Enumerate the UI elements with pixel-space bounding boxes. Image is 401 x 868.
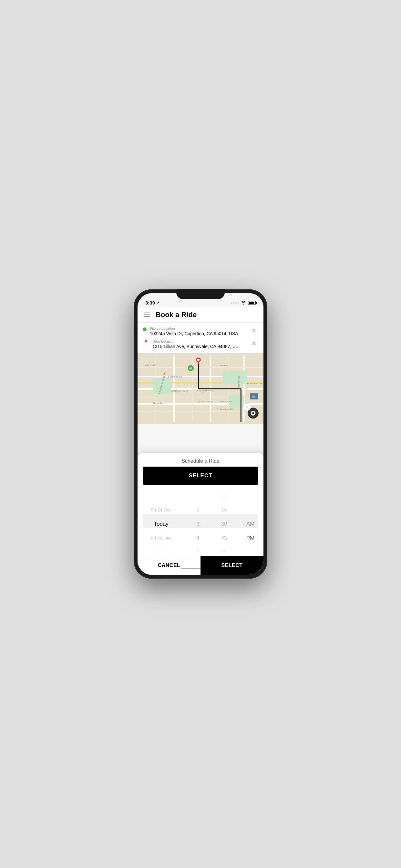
svg-point-37 xyxy=(252,412,254,414)
wifi-icon xyxy=(241,300,246,306)
pickup-row: Pickup Location 10324a Vista Dr, Cuperti… xyxy=(143,327,258,336)
time-display: 3:39 xyxy=(145,300,155,306)
svg-text:PANAMA PARK: PANAMA PARK xyxy=(171,390,188,392)
drop-row: 📍 Drop Location 1315 Lillian Ave, Sunnyv… xyxy=(143,339,258,349)
picker-hour-column[interactable]: 1 2 3 4 5 6 7 8 9 xyxy=(185,489,211,553)
picker-date-item[interactable]: Fri 24 Dec xyxy=(137,503,185,517)
select-button[interactable]: SELECT xyxy=(201,556,264,575)
status-time: 3:39 ↗ xyxy=(145,300,159,306)
picker-period-item[interactable] xyxy=(237,546,264,553)
svg-text:PONDEROSA: PONDEROSA xyxy=(247,382,263,385)
svg-text:E Homestead Rd: E Homestead Rd xyxy=(217,408,233,410)
select-button-top[interactable]: SELECT xyxy=(143,467,258,485)
picker-minute-item[interactable]: 30 xyxy=(211,517,237,531)
picker-hour-item[interactable]: 2 xyxy=(185,503,211,517)
phone-frame: 3:39 ↗ xyxy=(134,289,267,579)
svg-rect-15 xyxy=(223,370,247,384)
phone-screen: 3:39 ↗ xyxy=(137,293,264,575)
picker-date-item[interactable]: — xyxy=(137,489,185,503)
picker-minute-selected[interactable]: 45 xyxy=(211,546,237,553)
picker-hour-item[interactable]: 1 xyxy=(185,489,211,503)
page-title: Book a Ride xyxy=(156,311,197,319)
drop-clear-button[interactable]: ✕ xyxy=(250,339,258,348)
svg-text:ORTEGA PARK: ORTEGA PARK xyxy=(197,400,214,403)
location-arrow-icon: ↗ xyxy=(156,301,159,305)
notch xyxy=(176,289,225,299)
pickup-dot-icon xyxy=(143,328,147,331)
picker-hour-selected[interactable]: 5 xyxy=(185,546,211,553)
picker-period-selected[interactable]: PM xyxy=(237,531,264,546)
signal-icon xyxy=(230,302,239,304)
picker-container[interactable]: — Fri 24 Dec Today Fri 24 Dec Sat 25 Dec… xyxy=(137,489,264,553)
picker-minute-item[interactable]: 00 xyxy=(211,489,237,503)
cancel-button[interactable]: CANCEL xyxy=(137,556,201,575)
picker-period-item[interactable]: AM xyxy=(237,517,264,531)
svg-text:RAYNOR PARK: RAYNOR PARK xyxy=(197,389,214,392)
map-area: ORCHARD Iris Ave Henderson Ave PONDEROSA… xyxy=(137,353,264,424)
picker-period-item[interactable] xyxy=(237,503,264,517)
svg-text:E Fremont Ave: E Fremont Ave xyxy=(168,376,182,378)
picker-hour-item[interactable]: 4 xyxy=(185,531,211,546)
bottom-sheet: Schedule a Ride SELECT — Fri 24 Dec Toda… xyxy=(137,453,264,575)
picker-minute-item[interactable]: 15 xyxy=(211,503,237,517)
svg-text:Iris Ave: Iris Ave xyxy=(220,364,227,367)
sheet-title: Schedule a Ride xyxy=(137,453,264,467)
picker-period-item[interactable] xyxy=(237,489,264,503)
status-icons xyxy=(230,300,256,306)
location-container: Pickup Location 10324a Vista Dr, Cuperti… xyxy=(137,322,264,353)
map-svg: ORCHARD Iris Ave Henderson Ave PONDEROSA… xyxy=(137,353,264,424)
bottom-buttons: CANCEL SELECT xyxy=(137,556,264,575)
pickup-label: Pickup Location xyxy=(150,327,247,330)
battery-icon xyxy=(248,301,256,305)
svg-text:ORCHARD: ORCHARD xyxy=(145,364,158,367)
svg-text:G2: G2 xyxy=(252,395,256,398)
svg-text:82: 82 xyxy=(189,367,192,370)
pickup-info: Pickup Location 10324a Vista Dr, Cuperti… xyxy=(150,327,247,336)
svg-text:Henderson Ave: Henderson Ave xyxy=(238,376,240,391)
picker-date-item[interactable]: Sat 25 Dec xyxy=(137,546,185,553)
drop-address: 1315 Lillian Ave, Sunnyvale, CA 94087, U… xyxy=(152,344,247,349)
svg-point-33 xyxy=(197,359,200,361)
svg-text:Alberta Ave: Alberta Ave xyxy=(153,402,164,404)
picker-minute-item[interactable]: 45 xyxy=(211,531,237,546)
picker-period-column[interactable]: AM PM xyxy=(237,489,264,553)
picker-date-selected[interactable]: Today xyxy=(137,517,185,531)
drop-info: Drop Location 1315 Lillian Ave, Sunnyval… xyxy=(152,339,247,349)
picker-date-item[interactable]: Fri 24 Dec xyxy=(137,531,185,546)
picker-minute-column[interactable]: 00 15 30 45 45 00 15 30 45 xyxy=(211,489,237,553)
home-indicator xyxy=(181,568,220,569)
pickup-address: 10324a Vista Dr, Cupertino, CA 95014, US… xyxy=(150,331,247,336)
app-header: Book a Ride xyxy=(137,307,264,322)
drop-label: Drop Location xyxy=(152,339,247,343)
drop-pin-icon: 📍 xyxy=(143,339,149,345)
picker-hour-item[interactable]: 3 xyxy=(185,517,211,531)
picker-date-column[interactable]: — Fri 24 Dec Today Fri 24 Dec Sat 25 Dec… xyxy=(137,489,185,553)
svg-text:BIRDLAND: BIRDLAND xyxy=(220,400,232,403)
svg-text:+: + xyxy=(246,405,248,409)
hamburger-menu-icon[interactable] xyxy=(144,313,150,317)
pickup-clear-button[interactable]: ✕ xyxy=(250,327,258,335)
